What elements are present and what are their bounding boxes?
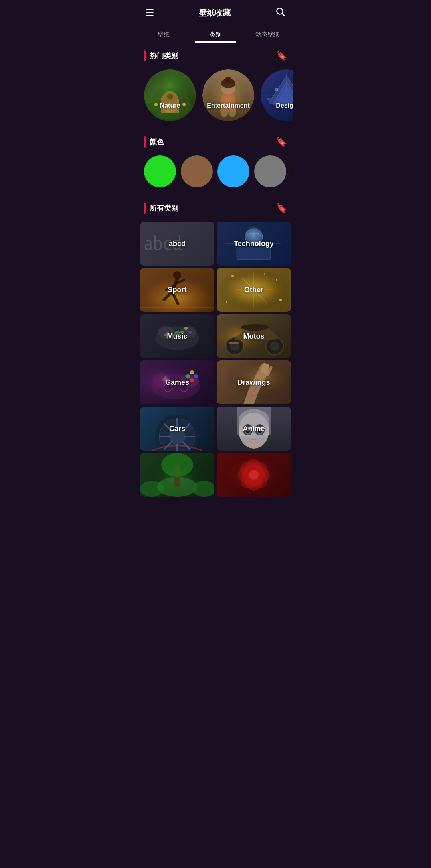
color-black[interactable]: [291, 155, 293, 187]
svg-point-61: [226, 301, 227, 303]
svg-point-25: [267, 98, 270, 100]
category-music-label: Music: [167, 332, 187, 341]
svg-line-1: [282, 14, 285, 16]
category-abcd[interactable]: abcd abcd: [140, 222, 214, 266]
svg-rect-12: [144, 69, 196, 121]
popular-section-header: 热门类别 🔖: [138, 43, 293, 66]
color-blue[interactable]: [217, 155, 249, 187]
category-nature2[interactable]: [140, 453, 214, 497]
svg-point-89: [186, 374, 190, 378]
category-drawings[interactable]: Drawings: [217, 360, 291, 404]
svg-point-69: [184, 327, 188, 330]
svg-point-128: [249, 470, 259, 480]
svg-point-122: [161, 453, 193, 477]
popular-nature-label: Nature: [144, 102, 196, 109]
category-motos[interactable]: Motos: [217, 314, 291, 358]
app-title: 壁纸收藏: [199, 8, 231, 18]
all-bookmark-icon[interactable]: 🔖: [276, 203, 287, 213]
search-icon[interactable]: [275, 6, 285, 19]
popular-design-label: Design: [261, 102, 293, 109]
color-green[interactable]: [144, 155, 176, 187]
svg-point-87: [194, 374, 198, 378]
svg-point-58: [231, 275, 234, 277]
svg-rect-79: [229, 342, 239, 344]
category-technology[interactable]: Technology: [217, 222, 291, 266]
color-section-left: 颜色: [144, 136, 164, 148]
section-bar-popular: [144, 50, 146, 61]
svg-point-93: [252, 392, 255, 395]
tab-wallpaper[interactable]: 壁纸: [138, 26, 190, 43]
color-circles-scroll[interactable]: [138, 152, 293, 195]
category-anime[interactable]: Anime: [217, 407, 291, 451]
popular-categories-scroll[interactable]: Nature: [138, 66, 293, 129]
popular-bookmark-icon[interactable]: 🔖: [276, 51, 287, 61]
category-drawings-label: Drawings: [237, 378, 270, 387]
category-motos-label: Motos: [243, 332, 265, 341]
category-technology-label: Technology: [234, 240, 274, 248]
category-cars-label: Cars: [169, 425, 185, 433]
color-bookmark-icon[interactable]: 🔖: [276, 137, 287, 147]
color-gray[interactable]: [254, 155, 286, 187]
svg-point-23: [275, 88, 278, 91]
svg-point-68: [188, 331, 192, 334]
color-section-header: 颜色 🔖: [138, 129, 293, 152]
svg-point-62: [264, 273, 265, 275]
category-red2[interactable]: [217, 453, 291, 497]
svg-point-59: [276, 279, 277, 281]
category-games[interactable]: Games: [140, 360, 214, 404]
popular-category-nature[interactable]: Nature: [144, 69, 196, 121]
category-music[interactable]: Music: [140, 314, 214, 358]
category-sport[interactable]: Sport: [140, 268, 214, 312]
popular-entertainment-label: Entertainment: [202, 102, 254, 109]
popular-section-title: 热门类别: [150, 51, 178, 61]
all-section-left: 所有类别: [144, 203, 178, 214]
section-bar-all: [144, 203, 146, 214]
all-section-title: 所有类别: [150, 203, 178, 213]
tab-live[interactable]: 动态壁纸: [241, 26, 293, 43]
tab-bar: 壁纸 类别 动态壁纸: [138, 26, 293, 43]
color-section-title: 颜色: [150, 137, 164, 147]
category-sport-label: Sport: [168, 286, 187, 294]
svg-point-116: [253, 435, 255, 436]
tab-category[interactable]: 类别: [190, 26, 241, 43]
all-section-header: 所有类别 🔖: [138, 195, 293, 218]
svg-point-86: [190, 378, 194, 382]
category-cars[interactable]: Cars: [140, 407, 214, 451]
svg-point-77: [270, 341, 279, 351]
popular-section-left: 热门类别: [144, 50, 178, 61]
popular-category-design[interactable]: Design: [261, 69, 293, 121]
header: ☰ 壁纸收藏: [138, 0, 293, 26]
svg-point-78: [241, 324, 269, 331]
svg-rect-19: [202, 69, 254, 121]
popular-category-entertainment[interactable]: Entertainment: [202, 69, 254, 121]
menu-icon[interactable]: ☰: [146, 7, 154, 18]
section-bar-color: [144, 136, 146, 148]
category-anime-label: Anime: [243, 425, 265, 433]
category-abcd-label: abcd: [169, 240, 186, 248]
svg-point-60: [279, 299, 282, 301]
color-brown[interactable]: [181, 155, 213, 187]
all-categories-grid: abcd abcd Technology: [138, 218, 293, 505]
category-games-label: Games: [165, 378, 189, 387]
svg-rect-42: [237, 248, 271, 260]
svg-point-88: [190, 370, 194, 374]
category-other-label: Other: [244, 286, 263, 294]
category-other[interactable]: Other: [217, 268, 291, 312]
